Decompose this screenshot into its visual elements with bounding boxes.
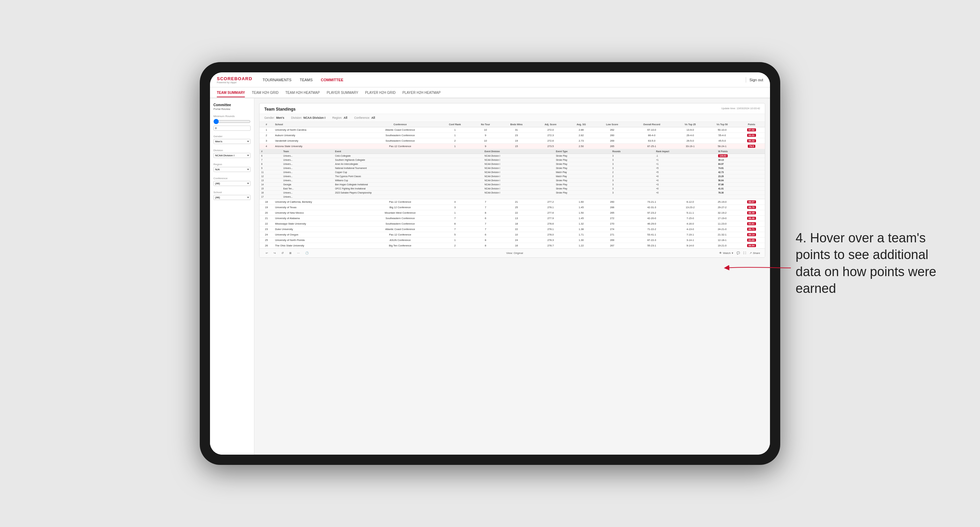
- nav-item-tournaments[interactable]: TOURNAMENTS: [262, 76, 292, 83]
- cell-adj-score: 278.1: [534, 227, 567, 232]
- inner-cell-rank: 14: [259, 183, 282, 187]
- nav-item-committee[interactable]: COMMITTEE: [321, 76, 344, 83]
- cell-school: Auburn University: [273, 133, 362, 138]
- min-rounds-slider[interactable]: [213, 119, 251, 124]
- inner-cell-type: Stroke Play: [554, 166, 611, 170]
- points-badge[interactable]: 83.81: [747, 222, 756, 225]
- cell-low-score: 271: [595, 232, 629, 238]
- feedback-button[interactable]: 💬: [737, 252, 740, 255]
- cell-points[interactable]: 83.81: [738, 221, 765, 227]
- footer-center[interactable]: View: Original: [506, 252, 523, 255]
- region-select[interactable]: N/A East West: [213, 167, 251, 172]
- school-select[interactable]: (All): [213, 195, 251, 200]
- sign-out-button[interactable]: Sign out: [749, 78, 763, 82]
- cell-vs-top50: 21-32-1: [706, 232, 738, 238]
- cell-points[interactable]: 88.49: [738, 210, 765, 216]
- inner-cell-team: Univers...: [282, 191, 333, 195]
- cell-points[interactable]: 83.89: [738, 238, 765, 243]
- points-badge[interactable]: 88.07: [747, 200, 756, 203]
- cell-no-tour: 6: [472, 232, 499, 238]
- redo-button[interactable]: ↪: [272, 251, 277, 255]
- cell-vs-top25: 4-13-0: [674, 227, 706, 232]
- cell-low-score: 265: [595, 144, 629, 149]
- cell-avg-sg: 1.45: [567, 205, 595, 210]
- conference-select[interactable]: (All): [213, 181, 251, 186]
- tab-player-summary[interactable]: PLAYER SUMMARY: [327, 89, 358, 97]
- cell-points[interactable]: 88.14: [738, 232, 765, 238]
- share-button[interactable]: ↗ Share: [749, 252, 760, 255]
- cell-points[interactable]: 90.32: [738, 138, 765, 144]
- filter-conference-value: All: [371, 116, 375, 119]
- inner-cell-team: Univers...: [282, 195, 333, 199]
- cell-conf-rank: 3: [438, 205, 472, 210]
- points-badge[interactable]: 83.89: [747, 238, 756, 242]
- table-row: 25 University of North Florida ASUN Conf…: [259, 238, 765, 243]
- cell-points[interactable]: 97.02: [738, 127, 765, 133]
- points-badge[interactable]: 88.71: [747, 228, 756, 231]
- points-badge[interactable]: 97.02: [747, 129, 756, 132]
- cell-points[interactable]: 88.48: [738, 216, 765, 221]
- min-rounds-input[interactable]: [213, 125, 251, 131]
- cell-conference: Big Ten Conference: [362, 243, 438, 249]
- copy-button[interactable]: ⊞: [288, 251, 293, 255]
- cell-vs-top50: 58-24-1: [706, 144, 738, 149]
- cell-points[interactable]: 88.70: [738, 205, 765, 210]
- cell-conf-rank: 4: [438, 199, 472, 205]
- cell-conference: Pac-12 Conference: [362, 144, 438, 149]
- points-badge[interactable]: 88.14: [747, 233, 756, 236]
- filter-gender-label: Gender:: [264, 116, 275, 119]
- inner-cell-event: Copper Cup: [333, 170, 483, 175]
- standings-panel: Team Standings Update time: 13/03/2024 1…: [259, 103, 765, 258]
- filter-gender: Gender: Men's: [264, 116, 284, 119]
- cell-low-score: 269: [595, 238, 629, 243]
- tab-team-summary[interactable]: TEAM SUMMARY: [217, 89, 245, 97]
- cell-rank: 24: [259, 232, 273, 238]
- cell-points[interactable]: 88.94: [738, 243, 765, 249]
- cell-points[interactable]: 93.31: [738, 133, 765, 138]
- highlighted-row: 4 Arizona State University Pac-12 Confer…: [259, 144, 765, 149]
- inner-cell-rank-impact: +5: [654, 166, 716, 170]
- more-button[interactable]: ⋯: [296, 251, 301, 255]
- view-original-label[interactable]: View: Original: [506, 252, 523, 255]
- tab-team-h2h-heatmap[interactable]: TEAM H2H HEATMAP: [285, 89, 320, 97]
- points-badge[interactable]: 88.70: [747, 206, 756, 209]
- cell-low-score: 270: [595, 221, 629, 227]
- tab-player-h2h-grid[interactable]: PLAYER H2H GRID: [365, 89, 395, 97]
- gender-select[interactable]: Men's Women's: [213, 139, 251, 144]
- tab-team-h2h-grid[interactable]: TEAM H2H GRID: [252, 89, 278, 97]
- division-select[interactable]: NCAA Division I NCAA Division II NCAA Di…: [213, 153, 251, 158]
- inner-cell-event: National Invitational Tournament: [333, 166, 483, 170]
- cell-points[interactable]: 88.07: [738, 199, 765, 205]
- cell-no-tour: 10: [472, 127, 499, 133]
- undo-button[interactable]: ↩: [264, 251, 269, 255]
- inner-points-badge[interactable]: 139.63: [718, 154, 728, 157]
- header-right: Sign out: [746, 77, 763, 83]
- cell-points[interactable]: 88.71: [738, 227, 765, 232]
- points-badge[interactable]: 88.94: [747, 244, 756, 247]
- tab-player-h2h-heatmap[interactable]: PLAYER H2H HEATMAP: [402, 89, 441, 97]
- filter-conference: Conference: All: [354, 116, 375, 119]
- points-badge-highlighted[interactable]: 79.5: [748, 145, 755, 148]
- cell-conference: Southeastern Conference: [362, 221, 438, 227]
- inner-cell-points: 42.73: [716, 170, 765, 175]
- cell-points[interactable]: 79.5: [738, 144, 765, 149]
- inner-cell-team: Univers...: [282, 170, 333, 175]
- fullscreen-button[interactable]: ⛶: [743, 252, 746, 255]
- inner-table-row: 11 Univers... Copper Cup NCAA Division I…: [259, 170, 765, 175]
- cell-vs-top25: 13-9-0: [674, 127, 706, 133]
- sidebar-subtitle: Portal Review: [213, 108, 251, 111]
- cell-school: Arizona State University: [273, 144, 362, 149]
- points-badge[interactable]: 90.32: [747, 139, 756, 142]
- points-badge[interactable]: 93.31: [747, 134, 756, 137]
- points-badge[interactable]: 88.48: [747, 217, 756, 220]
- table-scroll[interactable]: # School Conference Conf Rank No Tour Bn…: [259, 122, 765, 249]
- cell-vs-top50: 25-19-0: [706, 199, 738, 205]
- nav-item-teams[interactable]: TEAMS: [300, 76, 313, 83]
- reset-button[interactable]: ↺: [280, 251, 285, 255]
- watch-button[interactable]: 👁 Watch ▾: [719, 252, 733, 255]
- inner-cell-rank: 6: [259, 154, 282, 158]
- cell-avg-sg: 1.50: [567, 210, 595, 216]
- cell-conference: Atlantic Coast Conference: [362, 127, 438, 133]
- points-badge[interactable]: 88.49: [747, 211, 756, 214]
- cell-no-tour: 10: [472, 138, 499, 144]
